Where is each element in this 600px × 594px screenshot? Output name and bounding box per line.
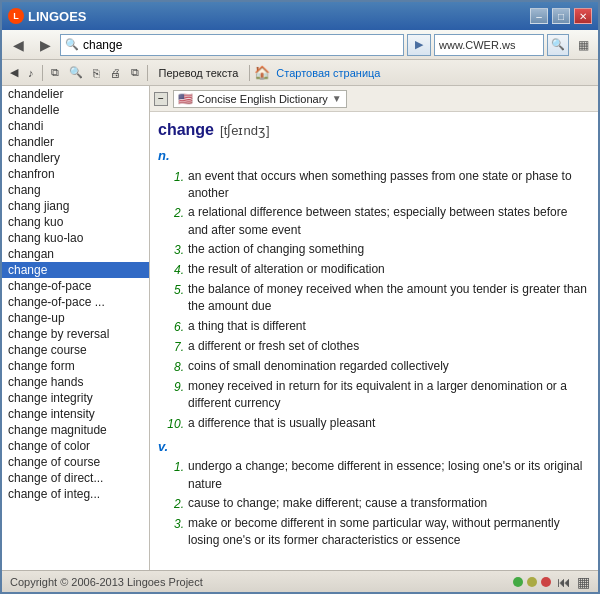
def-text: a relational difference between states; … (188, 204, 588, 239)
list-item[interactable]: change of color (2, 438, 149, 454)
status-dots (513, 577, 551, 587)
list-item[interactable]: change of integ... (2, 486, 149, 502)
search-box: 🔍 (60, 34, 404, 56)
options-icon[interactable]: ▦ (577, 574, 590, 590)
list-item[interactable]: change course (2, 342, 149, 358)
main-window: L LINGOES – □ ✕ ◀ ▶ 🔍 ▶ www.CWER.ws 🔍 ▦ … (0, 0, 600, 594)
def-text: a difference that is usually pleasant (188, 415, 375, 433)
dict-source-selector[interactable]: 🇺🇸 Concise English Dictionary ▼ (173, 90, 347, 108)
separator-2 (147, 65, 148, 81)
flag-icon: 🇺🇸 (178, 92, 193, 106)
copyright-text: Copyright © 2006-2013 Lingoes Project (10, 576, 203, 588)
home-link[interactable]: Стартовая страница (272, 67, 384, 79)
url-search-button[interactable]: 🔍 (547, 34, 569, 56)
app-title: L LINGOES (8, 8, 526, 24)
definition-item: 9. money received in return for its equi… (158, 378, 588, 413)
word-header: change [tʃeɪndʒ] (158, 118, 588, 142)
definition-item: 3. the action of changing something (158, 241, 588, 259)
definition-item: 2. cause to change; make different; caus… (158, 495, 588, 513)
maximize-button[interactable]: □ (552, 8, 570, 24)
definition-item: 3. make or become different in some part… (158, 515, 588, 550)
close-button[interactable]: ✕ (574, 8, 592, 24)
list-item[interactable]: change form (2, 358, 149, 374)
definition-item: 4. the result of alteration or modificat… (158, 261, 588, 279)
list-item[interactable]: change by reversal (2, 326, 149, 342)
prev-result-button[interactable]: ◀ (6, 63, 22, 83)
noun-definitions: 1. an event that occurs when something p… (158, 168, 588, 433)
def-text: cause to change; make different; cause a… (188, 495, 487, 513)
separator-3 (249, 65, 250, 81)
back-button[interactable]: ◀ (6, 34, 30, 56)
list-item-selected[interactable]: change (2, 262, 149, 278)
list-item[interactable]: chang kuo (2, 214, 149, 230)
status-dot-red (541, 577, 551, 587)
search-go-button[interactable]: ▶ (407, 34, 431, 56)
list-item[interactable]: chandi (2, 118, 149, 134)
def-text: the action of changing something (188, 241, 364, 259)
list-item[interactable]: change-of-pace ... (2, 294, 149, 310)
list-item[interactable]: chandelle (2, 102, 149, 118)
main-area: chandelier chandelle chandi chandler cha… (2, 86, 598, 570)
def-text: the result of alteration or modification (188, 261, 385, 279)
def-text: undergo a change; become different in es… (188, 458, 588, 493)
definition-item: 1. undergo a change; become different in… (158, 458, 588, 493)
dictionary-panel: − 🇺🇸 Concise English Dictionary ▼ change… (150, 86, 598, 570)
def-text: a thing that is different (188, 318, 306, 336)
copy-button[interactable]: ⧉ (47, 63, 63, 83)
search-toolbar-button[interactable]: 🔍 (65, 63, 87, 83)
list-item[interactable]: change of direct... (2, 470, 149, 486)
list-item[interactable]: change intensity (2, 406, 149, 422)
def-text: money received in return for its equival… (188, 378, 588, 413)
def-text: coins of small denomination regarded col… (188, 358, 449, 376)
home-icon: 🏠 (254, 65, 270, 80)
list-item[interactable]: chang (2, 182, 149, 198)
list-item[interactable]: chang kuo-lao (2, 230, 149, 246)
main-toolbar: ◀ ▶ 🔍 ▶ www.CWER.ws 🔍 ▦ (2, 30, 598, 60)
list-item[interactable]: changan (2, 246, 149, 262)
definition-item: 10. a difference that is usually pleasan… (158, 415, 588, 433)
list-item[interactable]: change integrity (2, 390, 149, 406)
copy2-button[interactable]: ⎘ (89, 63, 104, 83)
list-item[interactable]: chanfron (2, 166, 149, 182)
search-input[interactable] (83, 38, 399, 52)
forward-button[interactable]: ▶ (33, 34, 57, 56)
list-item[interactable]: chang jiang (2, 198, 149, 214)
dict-source-name: Concise English Dictionary (197, 93, 328, 105)
def-text: a different or fresh set of clothes (188, 338, 359, 356)
list-item[interactable]: change-up (2, 310, 149, 326)
dropdown-icon: ▼ (332, 93, 342, 104)
definition-item: 7. a different or fresh set of clothes (158, 338, 588, 356)
def-text: an event that occurs when something pass… (188, 168, 588, 203)
skip-back-icon[interactable]: ⏮ (557, 574, 571, 590)
list-item[interactable]: change hands (2, 374, 149, 390)
url-display: www.CWER.ws (434, 34, 544, 56)
list-item[interactable]: chandler (2, 134, 149, 150)
dict-content: change [tʃeɪndʒ] n. 1. an event that occ… (150, 112, 598, 570)
noun-pos-label: n. (158, 146, 588, 166)
search-prefix-icon: 🔍 (65, 38, 79, 51)
definition-item: 2. a relational difference between state… (158, 204, 588, 239)
def-text: the balance of money received when the a… (188, 281, 588, 316)
copy3-button[interactable]: ⧉ (127, 63, 143, 83)
verb-pos-label: v. (158, 437, 588, 457)
separator-1 (42, 65, 43, 81)
word-title: change (158, 118, 214, 142)
dict-view-button[interactable]: ▦ (572, 34, 594, 56)
secondary-toolbar: ◀ ♪ ⧉ 🔍 ⎘ 🖨 ⧉ Перевод текста 🏠 Стартовая… (2, 60, 598, 86)
list-item[interactable]: change of course (2, 454, 149, 470)
word-phonetic: [tʃeɪndʒ] (220, 121, 270, 141)
audio-button[interactable]: ♪ (24, 63, 38, 83)
translate-button[interactable]: Перевод текста (152, 63, 246, 83)
list-item[interactable]: change-of-pace (2, 278, 149, 294)
expand-button[interactable]: − (154, 92, 168, 106)
print-button[interactable]: 🖨 (106, 63, 125, 83)
def-text: make or become different in some particu… (188, 515, 588, 550)
list-item[interactable]: change magnitude (2, 422, 149, 438)
app-logo: L (8, 8, 24, 24)
minimize-button[interactable]: – (530, 8, 548, 24)
status-bar: Copyright © 2006-2013 Lingoes Project ⏮ … (2, 570, 598, 592)
list-item[interactable]: chandelier (2, 86, 149, 102)
list-item[interactable]: chandlery (2, 150, 149, 166)
word-list[interactable]: chandelier chandelle chandi chandler cha… (2, 86, 150, 570)
definition-item: 5. the balance of money received when th… (158, 281, 588, 316)
